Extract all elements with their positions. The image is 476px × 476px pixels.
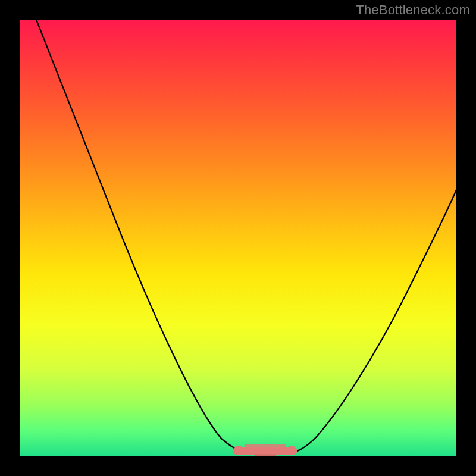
chart-frame: TheBottleneck.com <box>0 0 476 476</box>
chart-overlay-svg <box>20 20 456 456</box>
highlight-right-cap <box>287 446 296 455</box>
bottleneck-curve-line <box>36 20 456 453</box>
highlight-left-cap <box>234 446 243 455</box>
highlight-segment <box>234 446 296 455</box>
gradient-plot-area <box>20 20 456 456</box>
watermark-text: TheBottleneck.com <box>356 2 470 18</box>
